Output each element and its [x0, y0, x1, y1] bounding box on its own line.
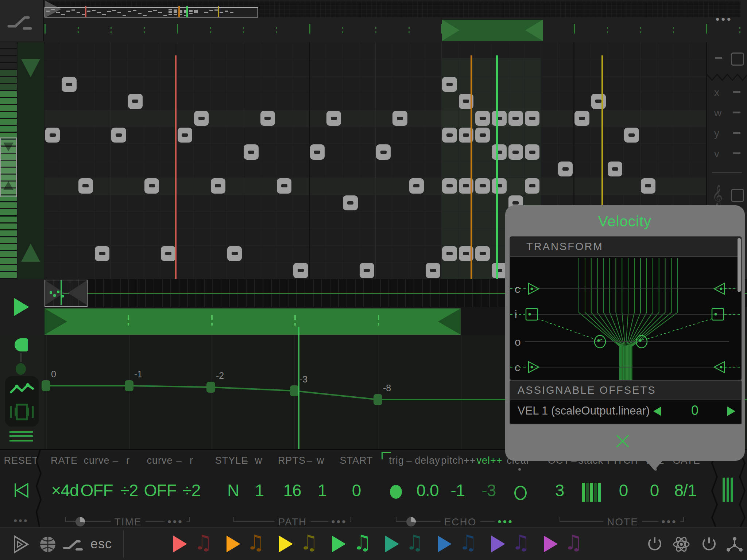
param-value-delay[interactable]: 0.0 [417, 481, 439, 500]
footer-dots-NOTE[interactable]: ••• [658, 516, 680, 528]
key-row[interactable] [0, 70, 17, 76]
track-5-teal-note-icon[interactable]: ♫ [406, 530, 424, 554]
grid-note[interactable] [442, 246, 457, 261]
axis-dash-x[interactable] [733, 91, 740, 93]
timeline-ruler[interactable] [44, 18, 747, 41]
grid-note[interactable] [508, 144, 523, 159]
param-value-GATE[interactable]: 8/1 [674, 481, 697, 500]
grid-note[interactable] [525, 111, 539, 126]
param-value-w[interactable]: 1 [255, 481, 264, 500]
grid-note[interactable] [62, 77, 76, 92]
grid-note[interactable] [624, 128, 639, 143]
track-7-purple-play-button[interactable] [491, 536, 505, 552]
param-value-curve[interactable]: OFF [144, 481, 177, 500]
key-row[interactable] [0, 209, 17, 215]
grid-note[interactable] [111, 128, 126, 143]
grid-note[interactable] [591, 94, 606, 109]
grid-note[interactable] [608, 162, 622, 176]
param-label-w[interactable]: w [317, 455, 325, 466]
loop-range-bar[interactable] [44, 308, 461, 335]
param-value-stack-bars[interactable] [586, 483, 589, 502]
grid-note[interactable] [492, 111, 506, 126]
key-row[interactable] [0, 265, 17, 271]
scale-keyboard[interactable] [0, 42, 17, 279]
key-row[interactable] [0, 105, 17, 111]
key-row[interactable] [0, 84, 17, 90]
param-value-r[interactable]: ÷2 [120, 481, 138, 500]
track-4-green-play-button[interactable] [332, 536, 346, 552]
param-value-START[interactable]: 0 [352, 481, 361, 500]
key-row[interactable] [0, 91, 17, 97]
grid-note[interactable] [508, 111, 523, 126]
track-8-magenta-note-icon[interactable]: ♫ [564, 530, 582, 554]
grid-note[interactable] [244, 144, 258, 159]
globe-icon[interactable] [39, 535, 57, 553]
octave-up-icon[interactable] [21, 244, 40, 262]
power-icon[interactable] [646, 536, 663, 553]
param-value-STYLE[interactable]: N [227, 481, 239, 500]
param-value-PITCH[interactable]: 0 [619, 481, 628, 500]
grid-note[interactable] [442, 77, 457, 92]
grid-note[interactable] [293, 263, 308, 278]
param-label-pitch++[interactable]: pitch++ [441, 455, 476, 466]
key-row[interactable] [0, 98, 17, 104]
param-label-trig[interactable]: trig [389, 455, 404, 466]
track-3-yellow-note-icon[interactable]: ♫ [300, 530, 318, 554]
grid-note[interactable] [574, 111, 589, 126]
param-label-–[interactable]: – [307, 455, 313, 466]
param-value-stack-bars[interactable] [598, 483, 601, 502]
loop-end-handle[interactable] [525, 20, 543, 41]
automation-node[interactable] [206, 382, 215, 393]
param-label-curve[interactable]: curve [84, 455, 109, 466]
footer-dots-ECHO[interactable]: ••• [495, 516, 516, 528]
grid-note[interactable] [326, 111, 341, 126]
grid-note[interactable] [409, 178, 424, 193]
track-8-magenta-play-button[interactable] [544, 536, 558, 552]
grid-note[interactable] [442, 128, 457, 143]
grid-note[interactable] [475, 178, 490, 193]
offset-value[interactable]: 0 [691, 403, 698, 418]
axis-dash-w[interactable] [733, 112, 740, 113]
grid-note[interactable] [310, 144, 325, 159]
track-3-yellow-play-button[interactable] [279, 536, 293, 552]
offset-decrement-button[interactable] [653, 407, 661, 416]
axis-dash-y[interactable] [733, 132, 740, 134]
grid-note[interactable] [95, 246, 109, 261]
close-icon[interactable] [615, 433, 631, 449]
track-7-purple-note-icon[interactable]: ♫ [512, 530, 530, 554]
key-row[interactable] [0, 258, 17, 264]
seq-selection-box[interactable] [44, 280, 88, 307]
grid-note[interactable] [558, 162, 573, 176]
grid-note[interactable] [426, 263, 440, 278]
ramp-icon-small[interactable] [63, 538, 86, 551]
param-label-–[interactable]: – [243, 455, 248, 466]
grid-note[interactable] [211, 178, 225, 193]
key-row[interactable] [0, 244, 17, 250]
param-value-w[interactable]: 1 [318, 481, 327, 500]
param-label-RPTS[interactable]: RPTS [278, 455, 306, 466]
param-value-vel++[interactable]: -3 [482, 481, 496, 500]
power-icon-2[interactable] [701, 536, 717, 553]
footer-dots-PATH[interactable]: ••• [328, 516, 350, 528]
grid-note[interactable] [277, 178, 291, 193]
grid-note[interactable] [442, 178, 457, 193]
footer-pie-icon-TIME[interactable] [76, 517, 85, 526]
param-value-trig-dot[interactable] [390, 485, 402, 499]
param-label-w[interactable]: w [255, 455, 263, 466]
offset-increment-button[interactable] [727, 407, 735, 416]
grid-note[interactable] [343, 195, 357, 210]
track-5-teal-play-button[interactable] [385, 536, 399, 552]
ruler-loop-region[interactable] [442, 20, 543, 41]
param-label-–[interactable]: – [406, 455, 412, 466]
key-row[interactable] [0, 223, 17, 229]
track-6-blue-play-button[interactable] [438, 536, 452, 552]
grid-note[interactable] [525, 144, 539, 159]
track-2-orange-note-icon[interactable]: ♫ [247, 530, 265, 554]
mixer-bars-icon[interactable] [723, 478, 725, 502]
param-label-RATE[interactable]: RATE [51, 455, 78, 466]
key-row[interactable] [0, 42, 17, 48]
grid-note[interactable] [392, 111, 407, 126]
popup-scrollbar[interactable] [738, 238, 741, 292]
grid-note[interactable] [492, 263, 506, 278]
corner-cell[interactable] [0, 0, 44, 41]
